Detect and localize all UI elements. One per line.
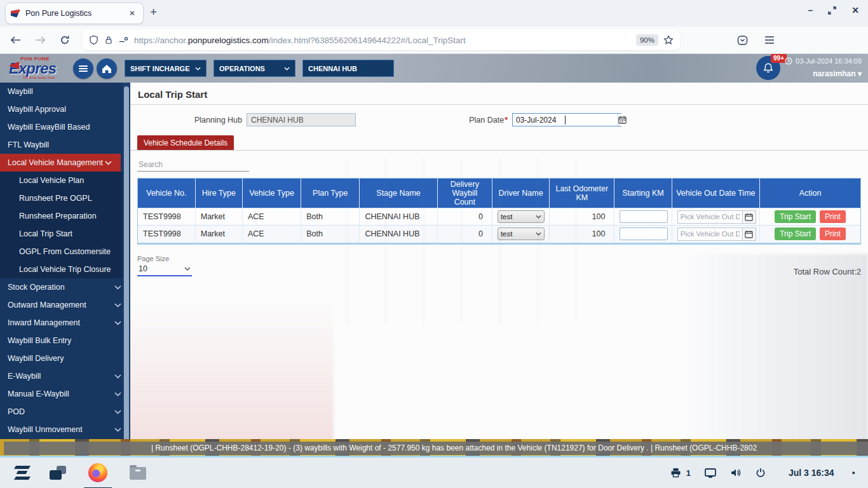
vehicle-out-input[interactable] [677,210,742,224]
trip-start-button[interactable]: Trip Start [775,227,816,240]
starting-km-input[interactable] [620,227,668,240]
printer-tray-icon[interactable] [670,468,681,478]
print-button[interactable]: Print [820,227,846,240]
column-header-last-odometer-km[interactable]: Last Odometer KM [550,179,614,208]
sidebar-item-e-waybill[interactable]: E-Waybill [0,367,130,385]
column-header-action[interactable]: Action [760,179,860,208]
plan-date-calendar-button[interactable] [618,114,627,126]
column-header-delivery-waybill-count[interactable]: Delivery Waybill Count [437,179,492,208]
user-menu[interactable]: narasimhan ▾ [813,69,862,78]
column-header-starting-km[interactable]: Starting KM [614,179,672,208]
chevron-down-icon [536,232,541,236]
column-header-hire-type[interactable]: Hire Type [195,179,242,208]
sidebar-item-waybill[interactable]: Waybill [0,83,130,100]
sidebar-item-waybill-delivery[interactable]: Waybill Delivery [0,349,130,367]
background-watermark [130,299,334,458]
vehicle-out-calendar-button[interactable] [742,227,756,241]
sidebar-item-runsheet-preparation[interactable]: Runsheet Preparation [0,207,130,225]
chevron-down-icon [114,392,121,396]
taskbar: 1 Jul 3 16:34 ● [0,458,868,488]
reload-button[interactable] [60,35,70,45]
sidebar-item-local-vehicle-trip-closure[interactable]: Local Vehicle Trip Closure [0,261,130,278]
pocket-button[interactable] [737,35,748,46]
starting-km-input[interactable] [620,210,668,223]
workspaces-button[interactable] [50,466,66,480]
driver-select[interactable]: test [498,227,545,240]
ticker-bar: | Runsheet (OGPL-CHHB-28412-19-20) - (3)… [4,442,868,455]
volume-icon[interactable] [730,468,742,478]
chevron-down-icon [114,428,121,432]
display-icon[interactable] [705,468,716,478]
back-button[interactable] [10,36,21,44]
chevron-down-icon [284,67,290,71]
sidebar-item-local-trip-start[interactable]: Local Trip Start [0,225,130,243]
bookmark-star-button[interactable] [663,35,674,45]
sidebar-item-waybill-bulk-entry[interactable]: Waybill Bulk Entry [0,332,130,349]
zoom-badge[interactable]: 90% [636,34,658,46]
sidebar-item-waybill-ewaybill-based[interactable]: Waybill EwayBill Based [0,118,130,136]
sidebar-item-local-vehicle-management[interactable]: Local Vehicle Management [0,154,121,172]
sidebar-item-local-vehicle-plan[interactable]: Local Vehicle Plan [0,172,130,189]
vehicle-out-calendar-button[interactable] [742,210,756,224]
sidebar-item-inward-management[interactable]: Inward Management [0,314,130,332]
tab-close-button[interactable]: ✕ [126,8,138,19]
vehicle-out-input[interactable] [677,227,742,241]
department-select[interactable]: OPERATIONS [214,60,295,77]
minimize-button[interactable]: – [808,5,813,15]
hub-input[interactable]: CHENNAI HUB [302,60,394,77]
column-header-stage-name[interactable]: Stage Name [360,179,437,208]
sidebar-item-ogpl-from-customersite[interactable]: OGPL From Customersite [0,243,130,261]
permissions-icon[interactable] [119,36,128,44]
vehicle-out-field[interactable] [677,227,756,241]
restore-button[interactable] [828,6,836,15]
sidebar-item-manual-e-waybill[interactable]: Manual E-Waybill [0,385,130,403]
chevron-down-icon [195,67,201,71]
column-header-vehicle-out-date-time[interactable]: Vehicle Out Date Time [672,179,759,208]
forward-button[interactable] [35,36,46,44]
browser-tab[interactable]: Pon Pure Logistics ✕ [5,3,144,24]
vehicle-table: Vehicle No. Hire Type Vehicle Type Plan … [137,178,861,245]
search-input[interactable] [137,158,249,172]
sidebar-item-ftl-waybill[interactable]: FTL Waybill [0,136,130,154]
url-bar[interactable]: https://anchor.ponpurelogistics.com/inde… [83,30,680,50]
page-size-select[interactable]: 10 [137,262,192,276]
app-logo[interactable]: PON PURE Expres On time every time [9,56,72,79]
new-tab-button[interactable]: + [150,5,157,19]
print-button[interactable]: Print [820,210,846,223]
column-header-plan-type[interactable]: Plan Type [301,179,360,208]
planning-hub-field: CHENNAI HUB [247,113,356,126]
sidebar-item-pod[interactable]: POD [0,403,130,421]
home-button[interactable] [97,58,117,79]
driver-select[interactable]: test [498,210,545,223]
page-size-label: Page Size [137,255,192,262]
url-text[interactable]: https://anchor.ponpurelogistics.com/inde… [134,36,631,45]
role-select[interactable]: SHIFT INCHARGE [125,60,207,77]
cell-last-odometer-km: 100 [550,226,614,243]
files-taskbar-button[interactable] [130,467,146,480]
zorin-menu-button[interactable] [14,466,31,480]
sidebar-item-waybill-approval[interactable]: Waybill Approval [0,100,130,118]
column-header-driver-name[interactable]: Driver Name [492,179,549,208]
sidebar-item-waybill-unmovement[interactable]: Waybill Unmovement [0,421,130,438]
header-datetime: 03-Jul-2024 16:34:09 [785,57,862,65]
close-button[interactable]: ✕ [851,5,859,15]
sidebar-item-runsheet-pre-ogpl[interactable]: Runsheet Pre OGPL [0,189,130,207]
trip-start-button[interactable]: Trip Start [775,210,816,223]
firefox-taskbar-button[interactable] [85,460,111,485]
sidebar-item-outward-management[interactable]: Outward Management [0,296,130,314]
vehicle-out-field[interactable] [677,210,756,224]
column-header-vehicle-no[interactable]: Vehicle No. [138,179,195,208]
app-menu-button[interactable] [764,36,775,44]
notification-bell[interactable]: 99+ [756,56,780,80]
table-row: TEST9998 Market ACE Both CHENNAI HUB 0 t… [138,226,860,243]
sidebar-item-stock-operation[interactable]: Stock Operation [0,278,130,296]
column-header-vehicle-type[interactable]: Vehicle Type [242,179,301,208]
menu-toggle-button[interactable] [73,58,93,79]
lock-icon[interactable] [104,35,113,45]
tracking-shield-icon[interactable] [89,35,98,45]
sidebar-scrollbar[interactable] [124,86,129,455]
tab-vehicle-schedule-details[interactable]: Vehicle Schedule Details [137,135,234,150]
taskbar-clock[interactable]: Jul 3 16:34 [789,468,834,478]
plan-date-field[interactable] [512,113,621,126]
power-icon[interactable] [756,468,766,478]
